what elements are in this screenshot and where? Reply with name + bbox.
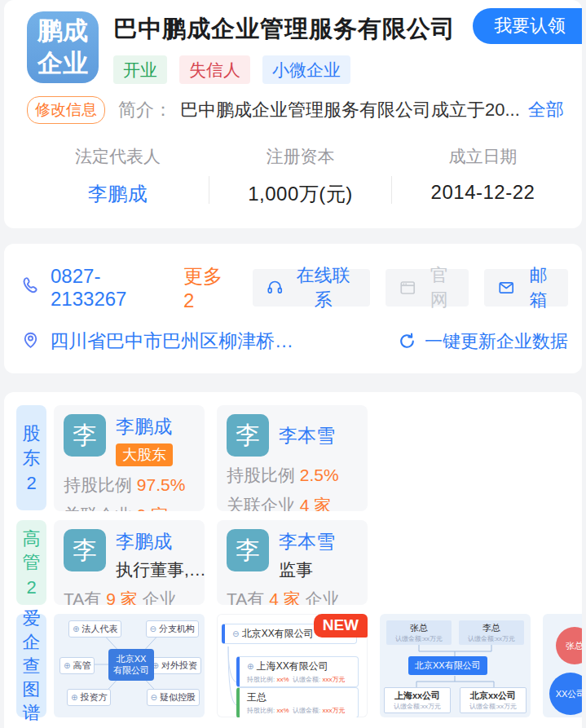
related-companies-value: 4 家 bbox=[300, 496, 332, 511]
tab-executives[interactable]: 高管 2 bbox=[16, 520, 46, 605]
stat-label: 成立日期 bbox=[392, 145, 574, 168]
logo-text-line1: 鹏成 bbox=[37, 15, 88, 47]
minus-circle-icon: ⊖ bbox=[150, 624, 156, 633]
plus-circle-icon: ⊕ bbox=[64, 661, 70, 670]
tab-label: 股东 bbox=[22, 421, 41, 469]
stat-founding-date: 成立日期 2014-12-22 bbox=[392, 145, 574, 207]
shareholders-section: 股东 2 李 李鹏成 大股东 持股比例 97.5% 关联企业 9 家 李 bbox=[16, 405, 582, 511]
related-companies-label: 关联企业 bbox=[227, 496, 295, 511]
stat-value: 1,000万(元) bbox=[209, 181, 391, 207]
hold-ratio-value: 2.5% bbox=[300, 465, 339, 484]
graph-center-node: 北京XX 有限公司 bbox=[108, 649, 154, 681]
plus-circle-icon: ⊕ bbox=[71, 693, 77, 702]
graph-node: ⊕ 高管 bbox=[59, 657, 95, 674]
logo-text-line2: 企业 bbox=[37, 47, 88, 80]
major-shareholder-badge: 大股东 bbox=[116, 443, 173, 466]
penetration-node: 北京xx公司 认缴金额:xx万元 bbox=[460, 687, 527, 713]
status-badge-micro-enterprise: 小微企业 bbox=[262, 55, 350, 84]
tab-count: 2 bbox=[26, 577, 36, 598]
equity-node: 王总 持股比例: xx% 认缴金额: xxx万元 bbox=[236, 687, 359, 717]
intro-more-link[interactable]: 全部 bbox=[528, 98, 564, 122]
update-company-data-label: 一键更新企业数据 bbox=[425, 329, 568, 354]
status-tags: 开业 失信人 小微企业 bbox=[113, 55, 582, 84]
executive-name-link[interactable]: 李鹏成 bbox=[116, 529, 195, 554]
related-companies-label: 关联企业 bbox=[64, 505, 132, 511]
stat-value: 2014-12-22 bbox=[392, 181, 574, 204]
relations-card: 股东 2 李 李鹏成 大股东 持股比例 97.5% 关联企业 9 家 李 bbox=[4, 392, 582, 728]
browser-icon bbox=[399, 278, 416, 298]
mail-icon bbox=[497, 278, 515, 298]
tab-label: 爱企查图谱 bbox=[22, 607, 41, 725]
shareholder-name-link[interactable]: 李本雪 bbox=[279, 423, 335, 448]
graph-node: ⊕ 对外投资 bbox=[148, 657, 201, 674]
plus-circle-icon: ⊕ bbox=[247, 662, 253, 671]
intro-label: 简介： bbox=[118, 98, 172, 122]
executives-section: 高管 2 李 李鹏成 执行董事,… TA有 9 家 企业 李 李本雪 bbox=[16, 520, 582, 605]
tab-company-graphs[interactable]: 爱企查图谱 bbox=[16, 614, 46, 717]
company-header-card: 我要认领 鹏成 企业 巴中鹏成企业管理服务有限公司 开业 失信人 小微企业 修改… bbox=[4, 0, 582, 228]
tab-count: 2 bbox=[26, 473, 36, 494]
intro-text: 巴中鹏成企业管理服务有限公司成立于20... bbox=[180, 98, 520, 122]
headset-icon bbox=[266, 278, 284, 298]
executive-role: 执行董事,… bbox=[116, 558, 195, 581]
hold-ratio-label: 持股比例 bbox=[227, 465, 295, 484]
graph-node: ⊖ 疑似控股 bbox=[147, 689, 200, 706]
email-button[interactable]: 邮箱 bbox=[484, 269, 568, 307]
executive-name-link[interactable]: 李本雪 bbox=[279, 529, 335, 554]
edit-info-badge[interactable]: 修改信息 bbox=[27, 96, 105, 124]
graphs-section: 爱企查图谱 ⊕ 法人代表 ⊖ 分支机构 ⊕ 高管 ⊕ 对外投资 bbox=[16, 614, 582, 728]
penetration-node: 李总 认缴金额:xx万元 bbox=[459, 620, 524, 645]
phone-number-link[interactable]: 0827-2133267 bbox=[51, 265, 172, 311]
shareholder-card[interactable]: 李 李鹏成 大股东 持股比例 97.5% 关联企业 9 家 bbox=[54, 405, 205, 511]
graph-node: ⊖ 分支机构 bbox=[146, 620, 199, 638]
website-button[interactable]: 官网 bbox=[386, 269, 469, 307]
email-label: 邮箱 bbox=[522, 263, 555, 312]
company-address-link[interactable]: 四川省巴中市巴州区柳津桥… bbox=[50, 329, 293, 354]
ta-suffix: 企业 bbox=[301, 589, 340, 605]
hold-ratio-value: 97.5% bbox=[137, 475, 186, 494]
stat-label: 注册资本 bbox=[209, 145, 391, 168]
avatar: 李 bbox=[64, 414, 106, 457]
graph-node: ⊕ 投资方 bbox=[67, 689, 111, 706]
update-company-data-button[interactable]: 一键更新企业数据 bbox=[397, 329, 568, 354]
phone-icon bbox=[20, 276, 42, 300]
ta-prefix: TA有 bbox=[227, 589, 269, 605]
ta-count: 4 家 bbox=[269, 589, 301, 605]
penetration-node: 张总 认缴金额:xx万元 bbox=[386, 620, 452, 645]
new-badge: NEW bbox=[314, 614, 368, 638]
legal-representative-link[interactable]: 李鹏成 bbox=[27, 181, 209, 207]
tab-shareholders[interactable]: 股东 2 bbox=[16, 405, 46, 510]
status-badge-dishonest: 失信人 bbox=[179, 55, 250, 84]
penetration-node: 上海xx公司 认缴金额:xx万元 bbox=[384, 687, 451, 713]
ta-suffix: 企业 bbox=[138, 589, 177, 605]
executive-card[interactable]: 李 李本雪 监事 TA有 4 家 企业 bbox=[217, 520, 368, 605]
executive-card[interactable]: 李 李鹏成 执行董事,… TA有 9 家 企业 bbox=[54, 520, 205, 605]
stat-label: 法定代表人 bbox=[27, 145, 209, 168]
graph-node: ⊕ 法人代表 bbox=[68, 620, 121, 638]
tab-label: 高管 bbox=[22, 527, 41, 574]
phone-more-link[interactable]: 更多 2 bbox=[183, 263, 237, 312]
minus-circle-icon: ⊖ bbox=[232, 629, 239, 638]
hold-ratio-label: 持股比例 bbox=[64, 475, 132, 494]
equity-structure-thumbnail[interactable]: NEW ⊖ 北京XX有限公司 ⊕ 上海XX有限公司 持股比例: xx% 认缴金额… bbox=[217, 614, 368, 717]
stat-registered-capital: 注册资本 1,000万(元) bbox=[209, 145, 391, 207]
shareholder-name-link[interactable]: 李鹏成 bbox=[116, 414, 173, 439]
penetration-center-node: 北京XX有限公司 bbox=[408, 656, 487, 675]
executive-role: 监事 bbox=[279, 558, 335, 581]
avatar: 李 bbox=[64, 529, 106, 571]
equity-node: ⊕ 上海XX有限公司 持股比例: xx% 认缴金额: xxx万元 bbox=[236, 656, 359, 687]
shareholder-card[interactable]: 李 李本雪 持股比例 2.5% 关联企业 4 家 bbox=[217, 405, 368, 511]
related-companies-value: 9 家 bbox=[137, 505, 169, 511]
avatar: 李 bbox=[227, 414, 269, 457]
location-pin-icon bbox=[20, 329, 41, 353]
company-relations-thumbnail[interactable]: 张总 XX公司 bbox=[543, 614, 582, 717]
claim-company-button[interactable]: 我要认领 bbox=[473, 8, 582, 44]
contact-card: 0827-2133267 更多 2 在线联系 官网 bbox=[4, 244, 582, 373]
online-contact-button[interactable]: 在线联系 bbox=[253, 269, 370, 307]
minus-circle-icon: ⊖ bbox=[151, 693, 157, 702]
ta-prefix: TA有 bbox=[64, 589, 106, 605]
equity-penetration-thumbnail[interactable]: 张总 认缴金额:xx万元 李总 认缴金额:xx万元 北京XX有限公司 上海xx公… bbox=[380, 614, 531, 717]
key-stats: 法定代表人 李鹏成 注册资本 1,000万(元) 成立日期 2014-12-22 bbox=[27, 145, 582, 207]
enterprise-graph-thumbnail[interactable]: ⊕ 法人代表 ⊖ 分支机构 ⊕ 高管 ⊕ 对外投资 ⊕ 投资方 ⊖ 疑似控股 北… bbox=[54, 614, 205, 717]
status-badge-open: 开业 bbox=[113, 55, 167, 84]
